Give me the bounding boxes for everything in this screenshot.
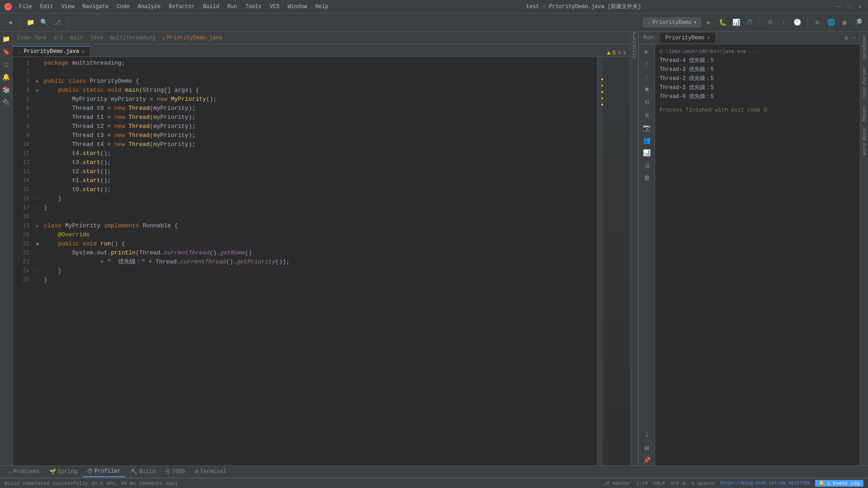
menu-edit[interactable]: Edit	[37, 2, 57, 11]
terminal-icon: ⊡	[195, 469, 198, 475]
run-login-button[interactable]: ⤵	[642, 429, 652, 440]
sidebar-bookmark-icon[interactable]: 🔖	[1, 46, 12, 57]
database-tab[interactable]: Database	[861, 32, 868, 63]
menu-run[interactable]: Run	[224, 2, 241, 11]
code-line-4: public static void main(String[] args) {	[42, 86, 597, 95]
breadcrumb-main[interactable]: main	[70, 35, 83, 41]
translate-button[interactable]: 🌐	[826, 17, 836, 28]
maven-tab[interactable]: Maven	[861, 103, 868, 125]
json-parser-tab[interactable]: Json Parser	[861, 63, 868, 103]
run-config-button[interactable]: ☕ PriorityDemo ▾	[643, 18, 701, 27]
settings-button[interactable]: ⚙	[812, 17, 823, 28]
menu-vcs[interactable]: VCS	[266, 2, 283, 11]
run-button[interactable]: ▶	[703, 17, 714, 28]
menu-navigate[interactable]: Navigate	[79, 2, 112, 11]
run-coverage2-button[interactable]: 📊	[642, 147, 652, 158]
gutter-method-collapse[interactable]: ▶	[33, 86, 42, 95]
run-threads-button[interactable]: 👥	[642, 135, 652, 145]
event-log-button[interactable]: 🔔 1 Event Log	[815, 480, 863, 487]
breadcrumb-code-java[interactable]: Code-Java	[17, 35, 47, 41]
project-icon[interactable]: 📁	[25, 17, 36, 28]
todo-tab[interactable]: ☰ TODO	[161, 467, 190, 477]
line-ending[interactable]: CRLF	[653, 481, 665, 486]
menu-build[interactable]: Build	[199, 2, 223, 11]
menu-help[interactable]: Help	[311, 2, 332, 11]
maximize-button[interactable]: □	[846, 4, 853, 10]
spring-icon: 🌱	[49, 469, 56, 475]
sidebar-plugins-icon[interactable]: 🔌	[1, 97, 12, 108]
breadcrumb-file[interactable]: PriorityDemo.java	[167, 35, 222, 41]
code-area[interactable]: package multithreading; public class Pri…	[42, 57, 597, 465]
warning-nav-up[interactable]: ∧	[618, 49, 621, 56]
spring-tab[interactable]: 🌱 Spring	[45, 467, 82, 477]
run-stop-button[interactable]: ■	[642, 84, 652, 95]
profiler-tab[interactable]: ⏱ Profiler	[83, 467, 125, 477]
coverage-button[interactable]: 📊	[731, 17, 741, 28]
run-settings-button[interactable]: ⚙	[844, 34, 848, 42]
run-screenshot-button[interactable]: 📷	[642, 122, 652, 133]
menu-refactor[interactable]: Refactor	[165, 2, 198, 11]
encoding[interactable]: UTF-8	[671, 481, 686, 486]
run-rerun-button[interactable]: ⟲	[642, 97, 652, 108]
profile-button[interactable]: ⏱	[744, 17, 755, 28]
run-pin-button[interactable]: 📌	[642, 455, 652, 465]
gutter-class-collapse[interactable]: ▶	[33, 77, 42, 86]
terminal-tab[interactable]: ⊡ Terminal	[191, 467, 231, 477]
run-print-button[interactable]: 🖨	[642, 160, 652, 171]
menu-code[interactable]: Code	[113, 2, 133, 11]
sidebar-learn-icon[interactable]: 📚	[1, 84, 12, 95]
menu-analyze[interactable]: Analyze	[134, 2, 164, 11]
run-stop-up-button[interactable]: ↑	[642, 59, 652, 70]
menu-window[interactable]: Window	[284, 2, 311, 11]
run-tab[interactable]: PriorityDemo ✕	[660, 33, 715, 43]
profiler-icon: ⏱	[87, 468, 93, 475]
git-branch-status[interactable]: ⎇ master	[604, 480, 630, 486]
history-button[interactable]: 🕐	[792, 17, 802, 28]
warning-nav-down[interactable]: ∨	[623, 49, 627, 56]
run-layout-button[interactable]: ▤	[642, 442, 652, 453]
close-button[interactable]: ✕	[857, 4, 863, 10]
search-icon[interactable]: 🔍	[38, 17, 49, 28]
code-line-13: t2.start();	[42, 167, 597, 176]
word-book-tab[interactable]: Word Book	[861, 125, 868, 159]
run-tab-close[interactable]: ✕	[707, 35, 710, 41]
cursor-position[interactable]: 1:24	[636, 481, 648, 486]
debug-button[interactable]: 🐛	[717, 17, 728, 28]
back-button[interactable]: ◀	[5, 17, 15, 28]
blog-link[interactable]: https://blog.csdn.net/qq_48137793	[720, 481, 810, 486]
minimize-button[interactable]: —	[835, 4, 842, 10]
vcs-button[interactable]: ⟲	[764, 17, 775, 28]
sidebar-notify-icon[interactable]: 🔔	[1, 71, 12, 82]
file-tab-prioritydemo[interactable]: ☕ PriorityDemo.java ✕	[13, 46, 90, 56]
line-numbers: 1 2 3 4 5 6 7 8 9 10 11 12 13 14 15 16 1	[13, 57, 33, 465]
sidebar-project-icon[interactable]: 📁	[1, 33, 12, 44]
menu-file[interactable]: File	[15, 2, 36, 11]
layout-button[interactable]: ▦	[839, 17, 850, 28]
structure-label[interactable]: Structure	[632, 32, 637, 58]
tab-close-button[interactable]: ✕	[82, 49, 85, 54]
top-toolbar: ◀ 📁 🔍 ⎇ ☕ PriorityDemo ▾ ▶ 🐛 📊 ⏱ ⟲ ↑ 🕐 ⚙…	[0, 14, 868, 32]
run-again-button[interactable]: ▶	[642, 46, 652, 57]
indent-status[interactable]: 4 spaces	[691, 481, 715, 486]
run-minimize-button[interactable]: —	[852, 34, 855, 41]
gutter-run-dot[interactable]: ●	[33, 239, 42, 249]
breadcrumb-src[interactable]: src	[53, 35, 63, 41]
run-settings2-button[interactable]: ⚙	[642, 109, 652, 120]
run-stop-down-button[interactable]: ↓	[642, 71, 652, 82]
push-button[interactable]: ↑	[778, 17, 789, 28]
editor-scrollbar[interactable]	[597, 57, 603, 465]
sidebar-structure-icon[interactable]: ◫	[1, 59, 12, 70]
breadcrumb-java[interactable]: java	[90, 35, 103, 41]
run-output[interactable]: C:\IDEA\JAVA\jdk\bin\java.exe ... Thread…	[655, 44, 860, 465]
toolbar-separator-4	[807, 18, 807, 27]
menu-tools[interactable]: Tools	[242, 2, 265, 11]
git-icon[interactable]: ⎇	[52, 17, 63, 28]
run-delete-button[interactable]: 🗑	[642, 173, 652, 183]
problems-tab[interactable]: ⚠ Problems	[4, 467, 44, 477]
code-line-21: public void run() {	[42, 239, 597, 249]
code-line-22: System.out.println(Thread.currentThread(…	[42, 249, 597, 258]
breadcrumb-multithreading[interactable]: multithreading	[110, 35, 156, 41]
menu-view[interactable]: View	[58, 2, 78, 11]
build-tab[interactable]: 🔨 Build	[126, 467, 160, 477]
search-everywhere-button[interactable]: 🔎	[853, 17, 863, 28]
